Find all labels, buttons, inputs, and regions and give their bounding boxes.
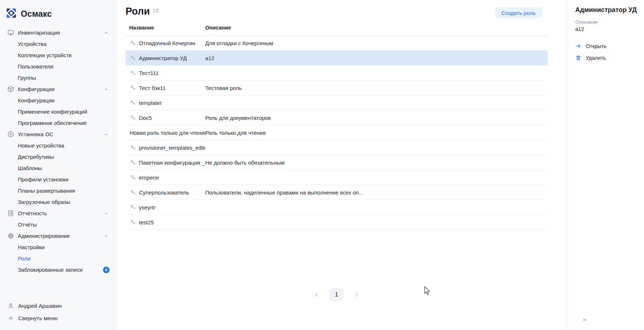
sidebar-item[interactable]: Шаблоны bbox=[0, 162, 116, 174]
details-panel: Администратор УД Описание a12 Открыть Уд… bbox=[568, 0, 644, 330]
delete-role-action[interactable]: Удалить bbox=[575, 55, 639, 61]
app-window: Осмакс Инвентаризация Устройства Коллекц… bbox=[0, 0, 644, 330]
sidebar-section-0[interactable]: Инвентаризация bbox=[0, 27, 116, 38]
sidebar-section-2[interactable]: Установка ОС bbox=[0, 129, 116, 140]
sidebar-item[interactable]: Планы развертывания bbox=[0, 185, 116, 196]
page-number[interactable]: 1 bbox=[330, 288, 343, 302]
table-row[interactable]: provisioner_templates_editor bbox=[126, 140, 548, 155]
pinwheel-logo-icon bbox=[6, 8, 17, 20]
role-name-cell: emperor bbox=[126, 174, 205, 181]
table-row[interactable]: Администратор УД a12 bbox=[126, 51, 548, 66]
chevron-right-icon[interactable] bbox=[351, 290, 362, 300]
role-description-cell: Не должно быть обязательным bbox=[205, 160, 548, 166]
column-header-name: Название bbox=[126, 25, 201, 31]
sidebar-item[interactable]: Настройки bbox=[0, 241, 116, 253]
details-actions: Открыть Удалить bbox=[575, 43, 639, 61]
role-name-cell: Тест бэк11 bbox=[126, 85, 205, 91]
user-menu[interactable]: Андрей Аршавин bbox=[7, 299, 109, 312]
role-description-cell: Роль для документаторов bbox=[205, 115, 548, 121]
roles-table: Название Описание Отладочный Кочергин Дл… bbox=[126, 20, 548, 230]
sidebar-item[interactable]: Дистрибутивы bbox=[0, 151, 116, 162]
key-icon bbox=[130, 219, 136, 225]
sidebar-item[interactable]: Загрузочные образы bbox=[0, 196, 116, 208]
key-icon bbox=[130, 100, 136, 106]
main-header: Роли13 Создать роль bbox=[116, 0, 568, 18]
key-icon bbox=[130, 204, 136, 210]
sidebar-item[interactable]: Новые устройства bbox=[0, 140, 116, 151]
key-icon bbox=[130, 115, 136, 121]
trash-icon bbox=[575, 55, 581, 61]
role-name-cell: yseyrtr bbox=[126, 204, 205, 211]
role-name-cell: Doc5 bbox=[126, 115, 205, 121]
chevron-left-icon[interactable] bbox=[311, 290, 322, 300]
sidebar-item[interactable]: Отчёты bbox=[0, 219, 116, 230]
table-row[interactable]: emperor bbox=[126, 170, 548, 185]
column-header-description: Описание bbox=[201, 25, 231, 31]
description-label: Описание bbox=[575, 19, 639, 25]
sidebar-item[interactable]: Конфигурации bbox=[0, 95, 116, 106]
sidebar-section-1[interactable]: Конфигурации bbox=[0, 83, 116, 95]
brand-name: Осмакс bbox=[21, 9, 52, 19]
sidebar-item[interactable]: Профили установки bbox=[0, 174, 116, 185]
roles-count: 13 bbox=[152, 7, 159, 13]
double-chevron-left-icon bbox=[7, 315, 14, 322]
brand-logo: Осмакс bbox=[0, 7, 116, 20]
sidebar-item[interactable]: Роли bbox=[0, 253, 116, 264]
sidebar-item[interactable]: Устройства bbox=[0, 38, 116, 50]
description-value: a12 bbox=[575, 26, 639, 32]
package-icon bbox=[7, 86, 14, 93]
user-name: Андрей Аршавин bbox=[18, 303, 62, 309]
chevron-up-icon bbox=[104, 233, 109, 239]
role-name-cell: Пакетная конфигурация _ 1 bbox=[126, 160, 205, 166]
table-row[interactable]: Отладочный Кочергин Для отладки с Кочерг… bbox=[126, 36, 548, 51]
role-description-cell: Для отладки с Кочергиным bbox=[205, 40, 548, 46]
table-body: Отладочный Кочергин Для отладки с Кочерг… bbox=[126, 36, 548, 230]
sidebar-section-4[interactable]: Администрирование bbox=[0, 230, 116, 241]
table-row[interactable]: templater bbox=[126, 95, 548, 110]
table-row[interactable]: Doc5 Роль для документаторов bbox=[126, 110, 548, 125]
monitor-icon bbox=[7, 29, 14, 36]
table-row[interactable]: Суперпользователь Пользователи, наделенн… bbox=[126, 185, 548, 200]
sidebar-item[interactable]: Коллекции устройств bbox=[0, 50, 116, 61]
sidebar-item[interactable]: Заблокированные записи 0 bbox=[0, 264, 116, 275]
arrow-right-icon bbox=[575, 43, 581, 49]
role-description-cell: Пользователи, наделенные правами на выпо… bbox=[205, 189, 548, 196]
user-icon bbox=[7, 302, 14, 309]
role-description-cell: Тестовая роль bbox=[205, 85, 548, 91]
sidebar-footer: Андрей Аршавин Свернуть меню bbox=[0, 299, 116, 327]
table-row[interactable]: Новая роль только для чтения Роль только… bbox=[126, 125, 548, 140]
collapse-menu-button[interactable]: Свернуть меню bbox=[7, 312, 109, 324]
key-icon bbox=[130, 40, 136, 46]
sidebar-item[interactable]: Группы bbox=[0, 72, 116, 83]
sidebar-item[interactable]: Программное обеспечение bbox=[0, 117, 116, 129]
sidebar-item[interactable]: Применение конфигураций bbox=[0, 106, 116, 117]
delete-role-label: Удалить bbox=[586, 55, 606, 61]
role-name-cell: test25 bbox=[126, 219, 205, 225]
table-row[interactable]: Тест бэк11 Тестовая роль bbox=[126, 80, 548, 95]
open-role-action[interactable]: Открыть bbox=[575, 43, 639, 49]
key-icon bbox=[130, 160, 136, 165]
role-name-cell: Отладочный Кочергин bbox=[126, 40, 205, 46]
table-header-row: Название Описание bbox=[126, 20, 548, 36]
role-name-cell: templater bbox=[126, 100, 205, 106]
key-icon bbox=[130, 174, 136, 180]
table-row[interactable]: test25 bbox=[126, 215, 548, 230]
disc-icon bbox=[7, 131, 14, 138]
table-row[interactable]: Тест111 bbox=[126, 66, 548, 80]
double-chevron-right-icon[interactable] bbox=[581, 316, 588, 323]
sidebar-item[interactable]: Пользователи bbox=[0, 61, 116, 72]
chevron-up-icon bbox=[104, 211, 109, 216]
sidebar-section-3[interactable]: Отчётность bbox=[0, 208, 116, 219]
table-row[interactable]: Пакетная конфигурация _ 1 Не должно быть… bbox=[126, 155, 548, 170]
count-badge: 0 bbox=[103, 267, 110, 273]
create-role-button[interactable]: Создать роль bbox=[495, 7, 542, 18]
page-title: Роли13 bbox=[126, 5, 159, 17]
key-icon bbox=[130, 85, 136, 91]
role-name-cell: Тест111 bbox=[126, 70, 205, 76]
role-name-cell: Администратор УД bbox=[126, 55, 205, 61]
role-name-cell: Новая роль только для чтения bbox=[126, 130, 205, 136]
chevron-up-icon bbox=[104, 132, 109, 137]
role-name-cell: provisioner_templates_editor bbox=[126, 145, 205, 151]
table-row[interactable]: yseyrtr bbox=[126, 200, 548, 215]
chevron-up-icon bbox=[104, 30, 109, 35]
